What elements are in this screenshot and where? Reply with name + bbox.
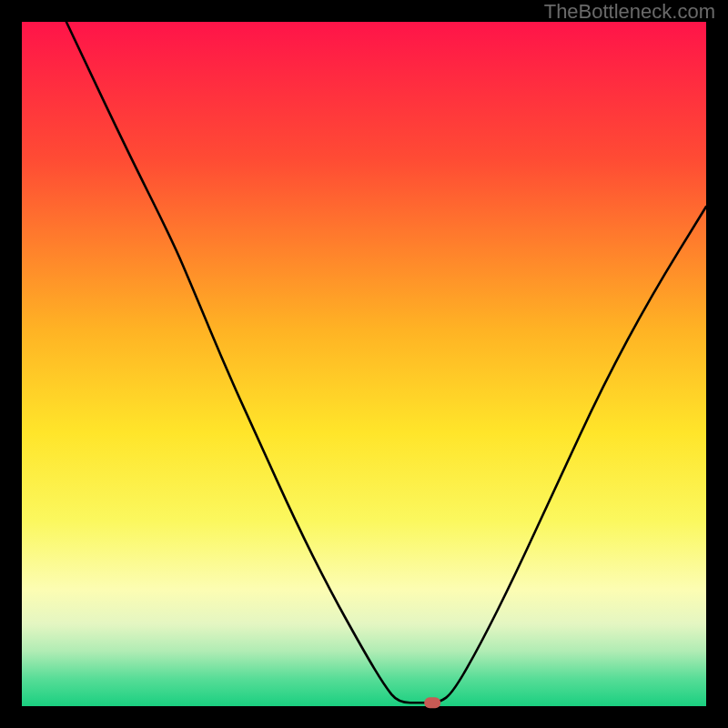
chart-frame (11, 11, 717, 717)
watermark-text: TheBottleneck.com (544, 0, 715, 24)
bottleneck-chart (11, 11, 717, 717)
gradient-background (22, 22, 706, 706)
optimal-marker (424, 697, 440, 708)
